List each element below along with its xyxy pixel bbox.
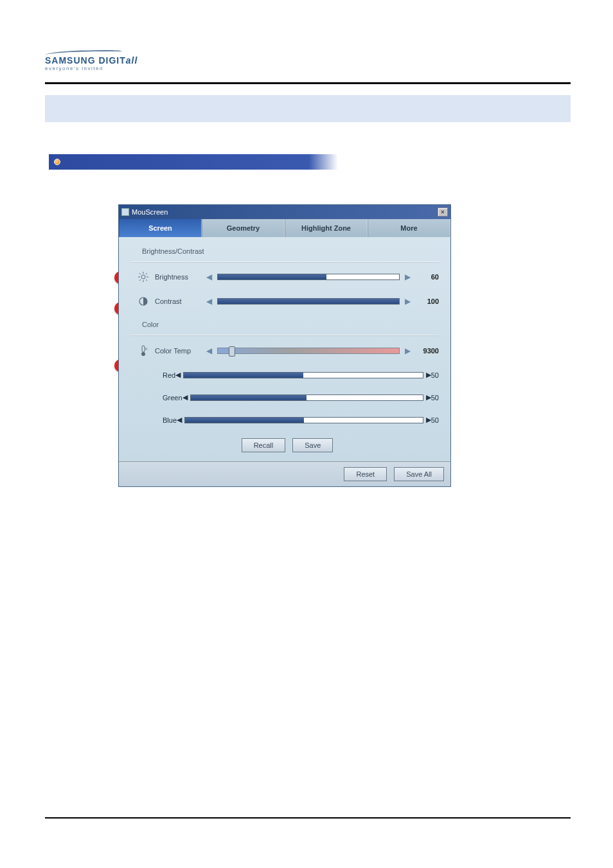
svg-text:K: K	[145, 347, 148, 351]
colortemp-thumb[interactable]	[229, 346, 235, 357]
group-brightness-contrast: Brightness/Contrast	[142, 247, 439, 255]
svg-point-0	[141, 275, 145, 279]
mouscreen-window: MouScreen × Screen Geometry Highlight Zo…	[118, 204, 451, 487]
logo-tagline: everyone's invited	[45, 66, 138, 71]
brightness-value: 60	[413, 273, 439, 281]
brightness-fill	[218, 274, 326, 279]
row-brightness: Brightness ◀ ▶ 60	[130, 272, 439, 282]
brightness-increase[interactable]: ▶	[402, 272, 413, 281]
green-increase[interactable]: ▶	[426, 393, 431, 402]
green-slider[interactable]	[190, 394, 423, 401]
bullet-icon	[54, 159, 60, 165]
tab-highlightzone[interactable]: Highlight Zone	[285, 219, 368, 237]
row-blue: Blue ◀ ▶ 50	[163, 416, 439, 424]
app-icon	[121, 208, 129, 216]
reset-button[interactable]: Reset	[344, 467, 387, 481]
colortemp-slider[interactable]	[217, 348, 400, 354]
contrast-increase[interactable]: ▶	[402, 297, 413, 306]
contrast-slider[interactable]	[217, 298, 400, 305]
contrast-icon	[137, 296, 150, 306]
red-fill	[184, 373, 303, 378]
colortemp-icon: K	[137, 345, 150, 357]
tab-more[interactable]: More	[368, 219, 450, 237]
colortemp-increase[interactable]: ▶	[402, 346, 413, 355]
blue-fill	[185, 418, 304, 423]
svg-point-11	[141, 352, 145, 356]
tab-bar: Screen Geometry Highlight Zone More	[119, 219, 450, 237]
green-decrease[interactable]: ◀	[182, 393, 188, 402]
save-button[interactable]: Save	[292, 438, 333, 452]
footer-bar: Reset Save All	[119, 461, 450, 486]
red-slider[interactable]	[183, 372, 423, 378]
svg-rect-10	[142, 346, 145, 352]
red-label: Red	[163, 371, 175, 379]
row-contrast: Contrast ◀ ▶ 100	[130, 296, 439, 306]
tab-screen[interactable]: Screen	[119, 219, 202, 237]
titlebar[interactable]: MouScreen ×	[119, 205, 450, 219]
section-band	[45, 95, 571, 122]
separator	[130, 261, 439, 263]
contrast-value: 100	[413, 297, 439, 305]
brightness-label: Brightness	[155, 273, 204, 281]
group-color: Color	[142, 321, 439, 328]
green-value: 50	[431, 394, 439, 402]
svg-line-6	[146, 279, 147, 281]
contrast-fill	[218, 299, 399, 304]
logo-text-b: all	[126, 55, 138, 66]
brightness-decrease[interactable]: ◀	[204, 272, 215, 281]
brand-logo: SAMSUNG DIGITall everyone's invited	[45, 50, 138, 71]
blue-value: 50	[431, 416, 439, 424]
red-decrease[interactable]: ◀	[175, 371, 181, 379]
contrast-label: Contrast	[155, 297, 204, 305]
colortemp-label: Color Temp	[155, 347, 204, 355]
row-green: Green ◀ ▶ 50	[163, 393, 439, 402]
row-red: Red ◀ ▶ 50	[163, 371, 439, 379]
svg-line-8	[139, 279, 141, 281]
saveall-button[interactable]: Save All	[394, 467, 444, 481]
colortemp-decrease[interactable]: ◀	[204, 346, 215, 355]
window-title: MouScreen	[132, 208, 168, 216]
recall-button[interactable]: Recall	[242, 438, 286, 452]
header-divider	[45, 82, 571, 84]
blue-decrease[interactable]: ◀	[177, 416, 182, 424]
green-label: Green	[163, 394, 182, 402]
red-value: 50	[431, 371, 439, 379]
logo-text-a: SAMSUNG DIGIT	[45, 55, 126, 66]
red-increase[interactable]: ▶	[426, 371, 431, 379]
footer-divider	[45, 817, 571, 819]
green-fill	[191, 395, 307, 400]
section-header	[49, 154, 338, 170]
blue-increase[interactable]: ▶	[426, 416, 431, 424]
brightness-icon	[137, 272, 150, 282]
svg-line-5	[139, 273, 141, 274]
colortemp-value: 9300	[413, 347, 439, 355]
brightness-slider[interactable]	[217, 274, 400, 280]
row-colortemp: K Color Temp ◀ ▶ 9300	[130, 345, 439, 357]
tab-geometry[interactable]: Geometry	[202, 219, 285, 237]
contrast-decrease[interactable]: ◀	[204, 297, 215, 306]
svg-line-7	[146, 273, 147, 274]
separator	[130, 335, 439, 336]
blue-label: Blue	[163, 416, 177, 424]
blue-slider[interactable]	[184, 417, 423, 423]
close-button[interactable]: ×	[438, 208, 448, 217]
logo-text: SAMSUNG DIGITall	[45, 55, 138, 66]
